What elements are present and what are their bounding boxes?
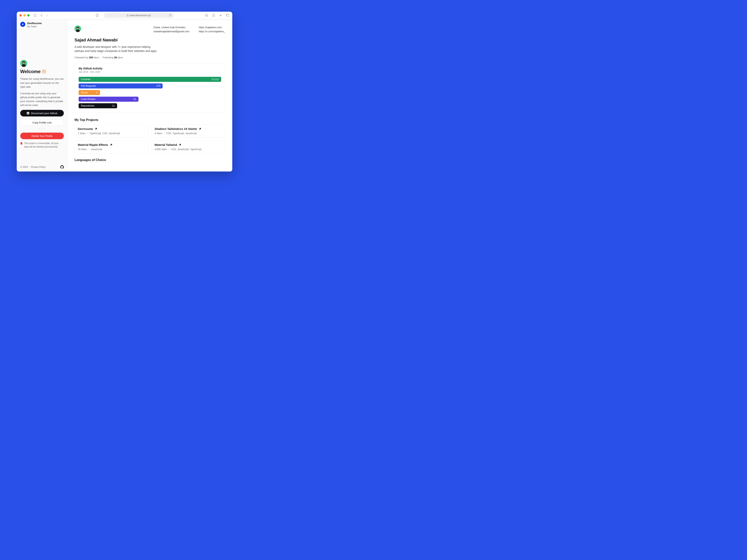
project-stars: 4 Stars — [155, 132, 162, 135]
project-stars: 3,955 Stars — [155, 148, 167, 151]
lock-icon — [127, 14, 129, 16]
sidebar-footer: © 2024 • Privacy Policy — [20, 165, 64, 169]
following-count: 38 — [114, 56, 117, 59]
project-stars: 1 Stars — [78, 132, 85, 135]
svg-rect-15 — [76, 27, 79, 28]
url-bar[interactable]: www.devresume.xyz — [104, 13, 174, 18]
twitter-link[interactable]: https://x.com/sajadevo_ — [199, 30, 225, 34]
external-link-icon — [95, 128, 97, 130]
external-link-icon — [110, 143, 112, 146]
svg-rect-11 — [21, 142, 22, 143]
project-langs: TypeScript, CSS, JavaScript — [89, 132, 120, 135]
project-name: Shadncn Tailwindcss V4 Starter — [155, 127, 197, 131]
titlebar: www.devresume.xyz — [17, 12, 232, 19]
reload-icon[interactable] — [168, 14, 172, 17]
website-link[interactable]: https://sajadevo.com — [199, 25, 225, 30]
privacy-policy-link[interactable]: Privacy Policy — [31, 166, 46, 168]
svg-rect-0 — [34, 14, 37, 17]
resume-panel: Dubai, United Arab Emirates nawabisajada… — [67, 20, 232, 171]
tabs-overview-icon[interactable] — [226, 14, 230, 17]
project-card[interactable]: Shadncn Tailwindcss V4 Starter 4 Stars •… — [151, 125, 226, 138]
new-tab-icon[interactable] — [218, 14, 223, 17]
svg-rect-13 — [76, 30, 80, 32]
delete-warning: This action is irreversible, all your da… — [20, 141, 64, 149]
separator-dots: • • • — [20, 128, 64, 130]
external-link-icon — [179, 143, 181, 146]
project-name: Material Tailwind — [155, 143, 177, 146]
pull-requests-bar: Pull Requests 270 — [79, 83, 163, 88]
svg-rect-10 — [22, 62, 25, 62]
sidebar-toggle-icon[interactable] — [33, 14, 37, 17]
brand-logo — [20, 22, 25, 27]
project-langs: JavaScript — [91, 148, 102, 151]
activity-title: My Github Activity — [79, 67, 221, 70]
profile-bio: A web developer and designer with 7+ yea… — [75, 45, 158, 53]
project-card[interactable]: Material Ripple Effects 18 Stars • JavaS… — [75, 140, 149, 154]
traffic-lights — [20, 14, 30, 17]
share-icon[interactable] — [212, 14, 215, 17]
welcome-heading: Welcome — [20, 69, 64, 74]
top-projects-title: My Top Projects — [75, 118, 225, 122]
github-link-icon[interactable] — [60, 165, 64, 169]
minimize-window-button[interactable] — [23, 14, 26, 17]
forward-button[interactable] — [45, 14, 49, 17]
copy-label: Copy Profile Link — [32, 121, 52, 124]
disconnect-github-button[interactable]: Disconnect your Github — [20, 110, 64, 116]
url-text: www.devresume.xyz — [130, 14, 151, 17]
disconnect-label: Disconnect your Github — [31, 112, 57, 115]
project-card[interactable]: Material Tailwind 3,955 Stars • CSS, Jav… — [151, 140, 226, 154]
close-window-button[interactable] — [20, 14, 22, 17]
repositories-bar: Repositories 11 — [79, 103, 117, 108]
profile-avatar — [75, 25, 81, 32]
project-card[interactable]: Devresume 1 Stars • TypeScript, CSS, Jav… — [75, 125, 149, 138]
delete-profile-button[interactable]: Delete Your Profile — [20, 133, 64, 139]
warning-icon — [20, 142, 23, 149]
project-langs: CSS, TypeScript, JavaScript — [166, 132, 197, 135]
maximize-window-button[interactable] — [27, 14, 30, 17]
sidebar-intro-1: Thanks for using DevResume, you can see … — [20, 77, 64, 89]
project-stars: 18 Stars — [78, 148, 87, 151]
sidebar: DevResume By Sajad Welcome Thanks for us… — [17, 19, 67, 171]
brand-name: DevResume — [27, 22, 42, 25]
activity-bars: Commits 13,112 Pull Requests 270 Issues … — [79, 77, 221, 108]
location: Dubai, United Arab Emirates — [153, 25, 189, 30]
copyright: © 2024 — [20, 166, 28, 168]
delete-label: Delete Your Profile — [31, 135, 53, 137]
sidebar-avatar — [20, 60, 27, 67]
warning-text: This action is irreversible, all your da… — [24, 141, 64, 149]
issues-bar: Issues 3 — [79, 90, 100, 95]
commits-bar: Commits 13,112 — [79, 77, 221, 82]
welcome-text: Welcome — [20, 69, 41, 74]
profile-name: Sajad Ahmad Nawabi — [75, 37, 225, 43]
brand: DevResume By Sajad — [20, 22, 64, 28]
contact-info: Dubai, United Arab Emirates nawabisajada… — [153, 25, 225, 34]
project-name: Devresume — [78, 127, 93, 131]
browser-window: www.devresume.xyz DevRe — [17, 12, 232, 171]
wave-emoji — [42, 70, 46, 74]
svg-rect-8 — [22, 64, 26, 67]
github-activity-card: My Github Activity Jan 2018 - Dec 2024 C… — [75, 63, 225, 113]
brand-byline: By Sajad — [27, 25, 42, 28]
followers-count: 159 — [89, 56, 93, 59]
project-langs: CSS, JavaScript, TypeScript — [171, 148, 202, 151]
privacy-shield-icon[interactable] — [95, 14, 99, 17]
languages-title: Languages of Choice — [75, 158, 225, 162]
copy-profile-link-button[interactable]: Copy Profile Link — [20, 119, 64, 126]
svg-rect-3 — [127, 15, 128, 16]
email[interactable]: nawabisajadahmad@gmail.com — [153, 30, 189, 34]
activity-date-range: Jan 2018 - Dec 2024 — [79, 71, 221, 73]
sidebar-intro-2: Currently we are using only your github … — [20, 91, 64, 107]
downloads-icon[interactable] — [205, 14, 209, 17]
projects-grid: Devresume 1 Stars • TypeScript, CSS, Jav… — [75, 125, 225, 154]
follow-stats: Followed by 159 devs • Following 38 devs — [75, 56, 225, 59]
svg-rect-6 — [227, 15, 229, 17]
project-name: Material Ripple Effects — [78, 143, 108, 146]
back-button[interactable] — [39, 14, 43, 17]
github-icon — [27, 112, 29, 114]
code-review-bar: Code Review 51 — [79, 97, 138, 102]
external-link-icon — [199, 128, 201, 130]
